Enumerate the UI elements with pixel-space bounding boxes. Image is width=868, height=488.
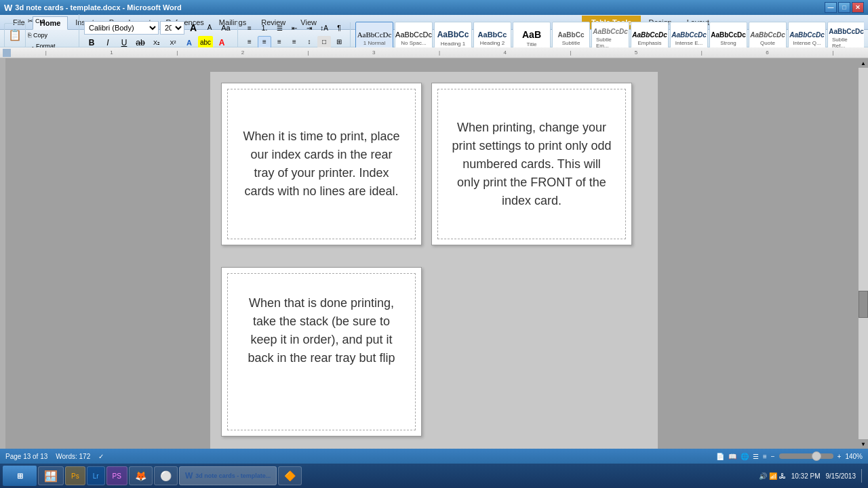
taskbar-app-word[interactable]: W 3d note cards - template... (179, 466, 277, 485)
card-3-text: When that is done printing, take the sta… (241, 294, 401, 367)
show-marks-button[interactable]: ¶ (332, 22, 346, 35)
card-1-inner: When it is time to print, place our inde… (227, 89, 416, 239)
taskbar-app-chrome[interactable]: ⚪ (154, 466, 178, 485)
view-mode-full[interactable]: 📖 (728, 453, 736, 460)
taskbar-date: 9/15/2013 (826, 472, 856, 480)
align-right-button[interactable]: ≡ (273, 36, 286, 48)
sort-button[interactable]: ↕A (317, 22, 331, 35)
card-3-inner: When that is done printing, take the sta… (227, 273, 416, 430)
scroll-up-button[interactable]: ▲ (859, 58, 868, 68)
spell-check-icon[interactable]: ✓ (98, 453, 104, 460)
shrink-font-button[interactable]: A (202, 21, 217, 35)
view-mode-draft[interactable]: ≡ (763, 453, 767, 460)
zoom-in-button[interactable]: + (837, 453, 842, 460)
status-bar: Page 13 of 13 Words: 172 ✓ 📄 📖 🌐 ☰ ≡ − +… (0, 449, 868, 464)
taskbar-app-psh[interactable]: PS (106, 466, 127, 485)
view-mode-web[interactable]: 🌐 (741, 453, 749, 460)
taskbar-time: 10:32 PM (791, 472, 821, 480)
increase-indent-button[interactable]: ⇥ (302, 22, 316, 35)
bullets-button[interactable]: ≡ (243, 22, 256, 35)
tray-icons: 🔊 📶 🖧 (759, 472, 786, 480)
align-left-button[interactable]: ≡ (243, 36, 256, 48)
status-left: Page 13 of 13 Words: 172 ✓ (5, 453, 104, 460)
taskbar-app-ff[interactable]: 🦊 (129, 466, 153, 485)
line-spacing-button[interactable]: ↕ (302, 36, 316, 48)
taskbar-app-vlc[interactable]: 🔶 (278, 466, 302, 485)
title-bar-left: W 3d note cards - template.docx - Micros… (4, 3, 182, 13)
zoom-out-button[interactable]: − (771, 453, 775, 460)
page-indicator: Page 13 of 13 (5, 453, 47, 460)
title-bar-controls: — □ ✕ (825, 2, 864, 13)
start-button[interactable]: ⊞ (3, 466, 37, 486)
font-size-select[interactable]: 20 (160, 21, 184, 35)
scroll-down-button[interactable]: ▼ (859, 439, 868, 449)
document-area: When it is time to print, place our inde… (0, 58, 868, 449)
numbering-button[interactable]: 1. (258, 22, 271, 35)
page-bottom: When that is done printing, take the sta… (210, 256, 658, 449)
page-top: When it is time to print, place our inde… (210, 72, 658, 256)
formatting-bar: 📋 ✂Cut ⎘Copy 🖌Format Painter Clipboard C… (0, 30, 868, 47)
taskbar-word-label: 3d note cards - template... (195, 472, 271, 479)
borders-button[interactable]: ⊞ (332, 36, 346, 48)
copy-button[interactable]: ⎘Copy (27, 28, 61, 42)
minimize-button[interactable]: — (825, 2, 837, 13)
scroll-thumb[interactable] (859, 291, 868, 318)
view-mode-outline[interactable]: ☰ (753, 453, 759, 460)
multilevel-button[interactable]: ☰ (273, 22, 286, 35)
zoom-thumb[interactable] (812, 451, 821, 461)
card-2-inner: When printing, change your print setting… (437, 89, 626, 239)
zoom-level: 140% (845, 453, 863, 460)
decrease-indent-button[interactable]: ⇤ (288, 22, 301, 35)
shading-button[interactable]: □ (317, 36, 331, 48)
page-wrapper: When it is time to print, place our inde… (210, 72, 658, 435)
taskbar-tray: 🔊 📶 🖧 10:32 PM 9/15/2013 (759, 469, 865, 483)
taskbar-app-ps[interactable]: Ps (65, 466, 85, 485)
taskbar-app-lr[interactable]: Lr (87, 466, 105, 485)
clear-format-button[interactable]: Aa (218, 21, 233, 35)
word-count: Words: 172 (56, 453, 90, 460)
taskbar: ⊞ 🪟 Ps Lr PS 🦊 ⚪ W 3d note cards - templ… (0, 464, 868, 488)
view-mode-print[interactable]: 📄 (716, 453, 724, 460)
card-1-text: When it is time to print, place our inde… (241, 127, 401, 201)
cut-button[interactable]: ✂Cut (27, 14, 61, 28)
ruler: |1|2|3|4|5|6| (0, 47, 868, 58)
font-name-select[interactable]: Calibri (Body) (84, 21, 159, 35)
show-desktop-button[interactable] (861, 469, 865, 483)
card-2-text: When printing, change your print setting… (452, 119, 612, 210)
maximize-button[interactable]: □ (838, 2, 850, 13)
paste-button[interactable]: 📋 (4, 23, 26, 47)
taskbar-app-windows[interactable]: 🪟 (38, 466, 64, 485)
status-right: 📄 📖 🌐 ☰ ≡ − + 140% (716, 453, 863, 460)
card-2-outer: When printing, change your print setting… (431, 83, 632, 245)
card-1-outer: When it is time to print, place our inde… (221, 83, 422, 245)
grow-font-button[interactable]: A (186, 21, 201, 35)
word-icon: W (4, 3, 12, 13)
justify-button[interactable]: ≡ (288, 36, 301, 48)
close-button[interactable]: ✕ (852, 2, 864, 13)
align-center-button[interactable]: ≡ (258, 36, 271, 48)
title-bar: W 3d note cards - template.docx - Micros… (0, 0, 868, 15)
zoom-slider[interactable] (779, 453, 833, 459)
scrollbar-vertical[interactable]: ▲ ▼ (859, 58, 868, 449)
title-text: 3d note cards - template.docx - Microsof… (15, 3, 182, 12)
card-3-outer: When that is done printing, take the sta… (221, 267, 422, 436)
